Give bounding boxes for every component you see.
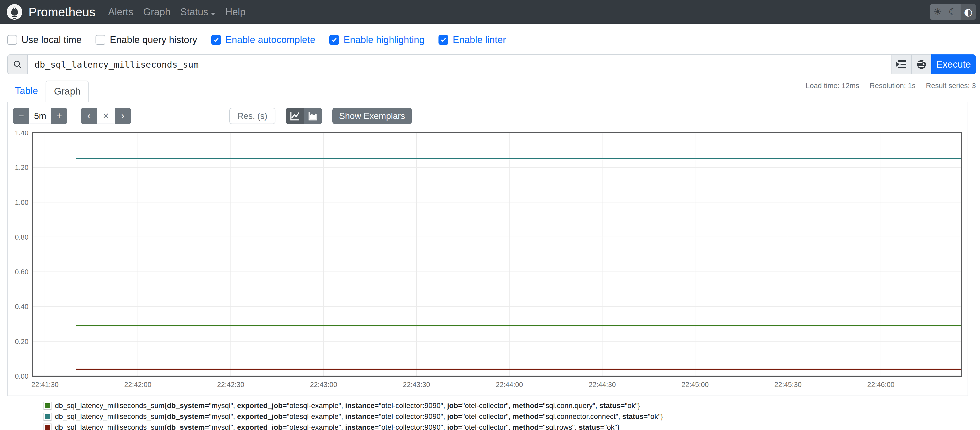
y-axis-label: 1.40 [15,131,29,137]
x-axis-label: 22:43:30 [403,381,430,388]
checkbox-label: Use local time [21,34,81,45]
legend-item[interactable]: db_sql_latency_milliseconds_sum{db_syste… [43,400,976,411]
clear-time-icon[interactable]: × [97,108,115,124]
x-axis-label: 22:44:00 [496,381,523,388]
auto-theme-contrast-button[interactable]: ◐ [961,4,976,20]
checkbox-use-local-time[interactable]: Use local time [7,34,81,45]
checkbox-label: Enable linter [453,34,506,45]
y-axis-label: 0.40 [15,303,29,310]
result-series: Result series: 3 [926,82,976,90]
checkbox-label: Enable highlighting [344,34,425,45]
y-axis-label: 0.20 [15,338,29,345]
globe-icon [916,59,927,70]
checkbox-unchecked-box[interactable] [95,35,105,45]
query-bar: Execute [7,54,976,74]
graph-plot[interactable]: 0.000.200.400.600.801.001.201.4022:41:30… [11,131,964,390]
checkbox-label: Enable autocomplete [226,34,315,45]
search-addon [7,54,27,74]
checkbox-unchecked-box[interactable] [7,35,17,45]
legend-series-label: db_sql_latency_milliseconds_sum{db_syste… [55,401,640,410]
chart-type-group [286,108,322,124]
auto-theme-contrast-icon: ◐ [964,6,972,18]
checkbox-enable-highlighting[interactable]: Enable highlighting [329,34,425,45]
legend-item[interactable]: db_sql_latency_milliseconds_sum{db_syste… [43,422,976,430]
theme-toggle-group: ☀☾◐ [930,4,976,20]
metrics-explorer-button[interactable] [891,54,911,74]
x-axis-label: 22:44:30 [589,381,616,388]
stacked-chart-icon [307,110,319,122]
brand-title: Prometheus [29,5,95,19]
nav-links: Alerts Graph Status Help [103,6,251,18]
legend: db_sql_latency_milliseconds_sum{db_syste… [43,400,976,430]
resolution: Resolution: 1s [870,82,916,90]
tab-table[interactable]: Table [7,81,46,102]
stacked-chart-button[interactable] [304,108,322,124]
main-content: Use local timeEnable query historyEnable… [0,35,980,430]
prometheus-logo-icon [6,4,23,20]
light-theme-sun-button[interactable]: ☀ [930,4,945,20]
y-axis-label: 0.60 [15,268,29,276]
range-group: − + [13,108,67,124]
time-forward-button[interactable]: › [115,108,131,124]
dark-theme-moon-button[interactable]: ☾ [945,4,961,20]
legend-swatch [43,402,51,410]
metrics-explorer-icon [896,59,907,69]
chart-wrap: 0.000.200.400.600.801.001.201.4022:41:30… [11,131,964,390]
legend-series-label: db_sql_latency_milliseconds_sum{db_syste… [55,423,619,430]
expression-input[interactable] [27,54,891,74]
range-increase-button[interactable]: + [51,108,67,124]
checkbox-label: Enable query history [110,34,197,45]
x-axis-label: 22:46:00 [867,381,894,388]
checkbox-checked-icon[interactable] [211,35,221,45]
checkbox-enable-linter[interactable]: Enable linter [439,34,506,45]
time-back-button[interactable]: ‹ [81,108,97,124]
y-axis-label: 1.00 [15,199,29,206]
light-theme-sun-icon: ☀ [933,6,942,18]
explain-globe-button[interactable] [911,54,931,74]
x-axis-label: 22:45:00 [681,381,709,388]
x-axis-label: 22:42:00 [124,381,151,388]
show-exemplars-button[interactable]: Show Exemplars [332,108,412,124]
load-time: Load time: 12ms [806,82,859,90]
x-axis-label: 22:45:30 [775,381,802,388]
dark-theme-moon-icon: ☾ [948,6,957,18]
checkbox-checked-icon[interactable] [439,35,448,45]
graph-controls: − + ‹ × › [11,108,964,124]
line-chart-icon [289,110,301,122]
line-chart-button[interactable] [286,108,304,124]
nav-item-alerts[interactable]: Alerts [103,6,138,18]
x-axis-label: 22:42:30 [217,381,244,388]
legend-swatch [43,424,51,430]
range-input[interactable] [29,108,51,124]
checkbox-enable-query-history[interactable]: Enable query history [95,34,197,45]
execute-button[interactable]: Execute [931,54,976,74]
nav-item-status[interactable]: Status [175,6,221,18]
query-stats: Load time: 12ms Resolution: 1s Result se… [806,82,976,90]
legend-item[interactable]: db_sql_latency_milliseconds_sum{db_syste… [43,411,976,422]
legend-series-label: db_sql_latency_milliseconds_sum{db_syste… [55,412,663,421]
brand[interactable]: Prometheus [6,4,95,20]
checkbox-checked-icon[interactable] [329,35,339,45]
options-row: Use local timeEnable query historyEnable… [7,35,976,45]
y-axis-label: 0.80 [15,233,29,241]
checkbox-enable-autocomplete[interactable]: Enable autocomplete [211,34,315,45]
x-axis-label: 22:43:00 [310,381,337,388]
tab-graph[interactable]: Graph [46,81,89,102]
navbar: Prometheus Alerts Graph Status Help ☀☾◐ [0,0,980,24]
search-icon [13,60,22,69]
resolution-input[interactable] [229,108,275,124]
x-axis-label: 22:41:30 [31,381,59,388]
nav-item-graph[interactable]: Graph [138,6,175,18]
time-nav-group: ‹ × › [81,108,131,124]
y-axis-label: 0.00 [15,372,29,380]
chevron-down-icon [211,13,215,15]
plot-border [33,133,961,376]
nav-item-help[interactable]: Help [220,6,250,18]
graph-panel: − + ‹ × › [7,102,968,396]
tabs-row: Load time: 12ms Resolution: 1s Result se… [7,81,976,102]
legend-swatch [43,412,51,421]
y-axis-label: 1.20 [15,164,29,171]
range-decrease-button[interactable]: − [13,108,29,124]
